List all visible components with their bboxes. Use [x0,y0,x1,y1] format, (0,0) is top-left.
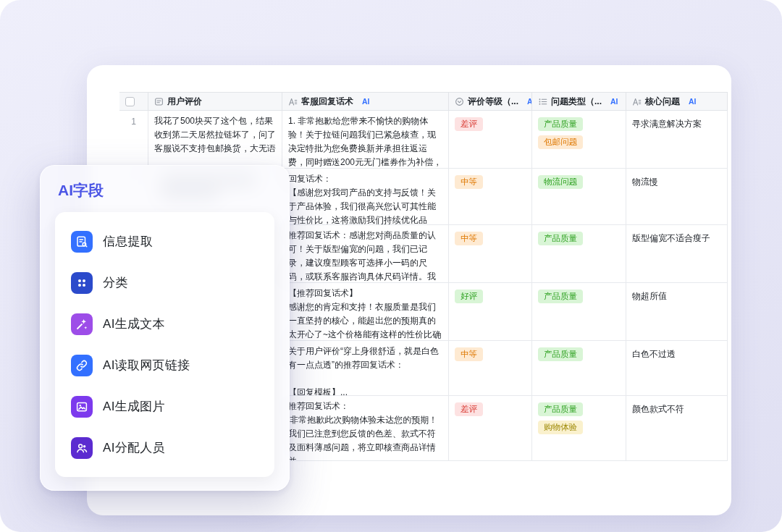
cell-reply-script[interactable]: 回复话术： 【感谢您对我司产品的支持与反馈！关于产品体验，我们很高兴您认可其性能… [282,169,449,224]
tag-badge: 产品质量 [538,290,583,303]
cell-user-review[interactable]: 我花了500块买了这个包，结果收到第二天居然拉链坏了，问了客服说不支持包邮换货，… [148,111,282,168]
tag-badge: 包邮问题 [538,135,583,149]
tag-badge: 中等 [455,347,483,361]
table-header: 用户评价 客服回复话术 AI 评价等级（... AI 问题类型 [119,92,728,111]
column-label: 问题类型（... [551,96,602,108]
header-rating-level[interactable]: 评价等级（... AI [449,93,532,110]
cell-problem-types[interactable]: 产品质量 [532,283,626,340]
cell-rating-level[interactable]: 好评 [449,283,532,340]
cell-core-issue[interactable]: 颜色款式不符 [626,396,728,460]
text-field-icon [154,97,164,106]
header-reply-script[interactable]: 客服回复话术 AI [282,93,449,110]
cell-rating-level[interactable]: 差评 [449,396,532,460]
ai-field-tag: AI [362,97,370,106]
classify-icon [71,272,93,294]
ai-field-tag: AI [527,97,532,106]
tag-badge: 差评 [455,402,483,416]
tag-badge: 中等 [455,175,483,189]
column-label: 核心问题 [645,96,680,108]
ai-field-option-ai-read-link[interactable]: AI读取网页链接 [64,345,266,386]
cell-core-issue[interactable]: 物超所值 [626,283,728,340]
cell-problem-types[interactable]: 物流问题 [532,169,626,224]
column-label: 客服回复话术 [301,96,353,108]
ai-field-option-ai-assign-people[interactable]: AI分配人员 [64,427,266,468]
ai-text-field-icon [288,97,298,106]
ai-text-field-icon [632,97,642,106]
ai-field-option-ai-generate-text[interactable]: AI生成文本 [64,303,266,345]
ai-assign-people-icon [71,437,93,459]
tag-badge: 差评 [455,117,483,131]
cell-problem-types[interactable]: 产品质量 [532,225,626,282]
cell-reply-script[interactable]: 1. 非常抱歉给您带来不愉快的购物体验！关于拉链问题我们已紧急核查，现决定特批为… [282,111,449,168]
header-select-all[interactable] [119,93,148,110]
ai-generate-text-icon [71,313,93,335]
row-number[interactable]: 1 [119,111,148,168]
ai-field-option-info-extract[interactable]: 信息提取 [64,221,266,262]
column-label: 用户评价 [167,96,202,108]
cell-core-issue[interactable]: 寻求满意解决方案 [626,111,728,168]
cell-problem-types[interactable]: 产品质量 [532,341,626,395]
cell-problem-types[interactable]: 产品质量包邮问题 [532,111,626,168]
cell-reply-script[interactable]: 推荐回复话术：感谢您对商品质量的认可！关于版型偏宽的问题，我们已记录，建议瘦型顾… [282,225,449,282]
header-user-review[interactable]: 用户评价 [148,93,282,110]
ai-field-list: 信息提取 分类 AI生成文本 AI读取网页链接 AI生成图片 AI分配人员 [55,212,274,477]
cell-rating-level[interactable]: 中等 [449,169,532,224]
header-problem-type[interactable]: 问题类型（... AI [532,93,626,110]
multi-select-icon [538,97,547,106]
column-label: 评价等级（... [468,96,518,108]
ai-field-tag: AI [689,97,697,106]
ai-field-panel: AI字段 信息提取 分类 AI生成文本 AI读取网页链接 AI生成图片 AI分配… [40,165,290,491]
tag-badge: 产品质量 [538,117,583,131]
tag-badge: 物流问题 [538,175,583,189]
ai-field-option-ai-generate-image[interactable]: AI生成图片 [64,386,266,427]
cell-problem-types[interactable]: 产品质量购物体验 [532,396,626,460]
cell-core-issue[interactable]: 版型偏宽不适合瘦子 [626,225,728,282]
panel-title: AI字段 [58,180,274,200]
cell-reply-script[interactable]: 【推荐回复话术】 感谢您的肯定和支持！衣服质量是我们一直坚持的核心，能超出您的预… [282,283,449,340]
cell-reply-script[interactable]: 推荐回复话术： '非常抱歉此次购物体验未达您的预期！我们已注意到您反馈的色差、款… [282,396,449,460]
cell-rating-level[interactable]: 差评 [449,111,532,168]
tag-badge: 购物体验 [538,421,583,434]
ai-field-tag: AI [610,97,618,106]
single-select-icon [455,97,464,106]
info-extract-icon [71,231,93,253]
cell-core-issue[interactable]: 物流慢 [626,169,728,224]
cell-core-issue[interactable]: 白色不过透 [626,341,728,395]
tag-badge: 产品质量 [538,232,583,245]
ai-field-option-classify[interactable]: 分类 [64,262,266,303]
tag-badge: 产品质量 [538,347,583,361]
select-all-checkbox[interactable] [125,97,135,106]
tag-badge: 好评 [455,290,483,303]
cell-rating-level[interactable]: 中等 [449,341,532,395]
cell-reply-script[interactable]: 关于用户评价“穿上身很舒适，就是白色有一点点透”的推荐回复话术： 【回复模板】.… [282,341,449,395]
table-row: 1 我花了500块买了这个包，结果收到第二天居然拉链坏了，问了客服说不支持包邮换… [119,111,728,169]
tag-badge: 产品质量 [538,402,583,416]
tag-badge: 中等 [455,232,483,245]
ai-read-link-icon [71,355,93,376]
header-core-issue[interactable]: 核心问题 AI [626,93,728,110]
ai-generate-image-icon [71,396,93,418]
cell-rating-level[interactable]: 中等 [449,225,532,282]
